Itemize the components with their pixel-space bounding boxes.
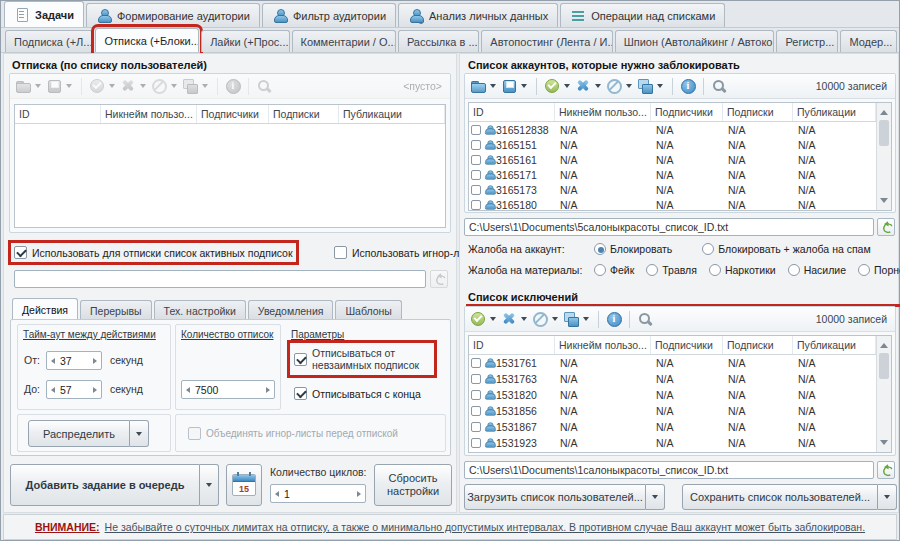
chevron-down-icon[interactable] [171,84,177,88]
subtab-messaging[interactable]: Рассылка в ... [398,30,479,52]
spinner-increment[interactable] [263,381,274,398]
spinner-increment[interactable] [90,352,101,369]
scroll-down-arrow[interactable] [877,195,891,210]
spinner-decrement[interactable] [182,381,193,398]
accounts-refresh-button[interactable] [877,218,895,236]
save-icon[interactable] [501,78,517,94]
ignore-refresh-button[interactable] [430,270,448,288]
radio-drugs[interactable]: Наркотики [709,264,776,276]
add-task-button[interactable]: Добавить задание в очередь [10,464,200,506]
scroll-down-arrow[interactable] [877,437,891,452]
row-checkbox[interactable] [471,170,481,180]
unsubscribe-table[interactable]: ID Никнейм пользо... Подписчики Подписки… [14,104,446,228]
row-checkbox[interactable] [471,200,481,210]
schedule-button[interactable]: 15 [226,464,262,506]
add-task-dropdown[interactable] [200,464,219,506]
table-row[interactable]: 1531856 N/AN/AN/AN/A [469,403,876,419]
subtab-autoposting[interactable]: Автопостинг (Лента / И... [481,30,612,52]
save-icon[interactable] [46,78,62,94]
delete-icon[interactable] [501,311,517,327]
table-row[interactable]: 316512838 N/AN/AN/AN/A [469,122,876,137]
chevron-down-icon[interactable] [521,84,527,88]
accounts-table[interactable]: ID Никнейм пользо... Подписчики Подписки… [468,102,892,211]
row-checkbox[interactable] [471,422,481,432]
open-folder-icon[interactable] [470,78,486,94]
settings-tab-actions[interactable]: Действия [12,298,78,320]
radio-fake[interactable]: Фейк [594,264,634,276]
chevron-down-icon[interactable] [109,84,115,88]
exceptions-table[interactable]: ID Никнейм пользо... Подписчики Подписки… [468,335,892,453]
subtab-subscribe[interactable]: Подписка (+Л... [5,30,93,52]
row-checkbox[interactable] [471,358,481,368]
copy-icon[interactable] [563,311,579,327]
spinner-decrement[interactable] [271,485,282,502]
row-checkbox[interactable] [471,125,481,135]
chevron-down-icon[interactable] [490,84,496,88]
exceptions-path-input[interactable] [464,461,874,479]
vertical-scrollbar[interactable] [876,336,891,452]
settings-tab-templates[interactable]: Шаблоны [335,300,401,320]
search-icon[interactable] [637,311,653,327]
info-icon[interactable] [225,78,241,94]
scroll-up-arrow[interactable] [877,103,891,118]
spinner-decrement[interactable] [47,352,58,369]
chevron-down-icon[interactable] [583,317,589,321]
chevron-down-icon[interactable] [626,84,632,88]
check-icon[interactable] [470,311,486,327]
copy-icon[interactable] [637,78,653,94]
load-users-dropdown[interactable] [646,484,665,510]
row-checkbox[interactable] [471,374,481,384]
save-users-dropdown[interactable] [878,484,897,510]
load-users-button[interactable]: Загрузить список пользователей... [464,484,646,510]
radio-block[interactable]: Блокировать [594,243,672,255]
table-row[interactable]: 3165171 N/AN/AN/AN/A [469,167,876,182]
chevron-down-icon[interactable] [140,84,146,88]
settings-tab-breaks[interactable]: Перерывы [80,300,152,320]
distribute-dropdown[interactable] [130,420,149,447]
table-row[interactable]: 3165161 N/AN/AN/AN/A [469,152,876,167]
search-icon[interactable] [711,78,727,94]
radio-block-spam[interactable]: Блокировать + жалоба на спам [702,243,870,255]
subtab-moderation[interactable]: Модер... [840,30,897,52]
subtab-registration[interactable]: Регистр... [776,30,838,52]
spinner-decrement[interactable] [47,381,58,398]
tab-tasks[interactable]: Задачи [4,1,84,27]
chevron-down-icon[interactable] [657,84,663,88]
table-row[interactable]: 3165173 N/AN/AN/AN/A [469,182,876,197]
delete-icon[interactable] [120,78,136,94]
vertical-scrollbar[interactable] [876,103,891,210]
use-active-subs-checkbox[interactable] [14,246,27,259]
reset-settings-button[interactable]: Сбросить настройки [374,464,452,506]
ignore-list-path-input[interactable] [14,270,426,288]
chevron-down-icon[interactable] [66,84,72,88]
chevron-down-icon[interactable] [564,84,570,88]
chevron-down-icon[interactable] [521,317,527,321]
merge-ignore-checkbox[interactable] [188,427,201,440]
chevron-down-icon[interactable] [552,317,558,321]
spinner-increment[interactable] [354,485,365,502]
nonmutual-checkbox[interactable] [294,353,307,366]
chevron-down-icon[interactable] [490,317,496,321]
radio-bullying[interactable]: Травля [646,264,697,276]
table-row[interactable]: 1531820 N/AN/AN/AN/A [469,387,876,403]
scrollbar-thumb[interactable] [879,120,889,146]
chevron-down-icon[interactable] [35,84,41,88]
tab-list-operations[interactable]: Операции над списками [560,3,725,27]
from-spinner[interactable]: 37 [46,351,102,370]
settings-tab-tech[interactable]: Тех. настройки [154,300,246,320]
info-icon[interactable] [680,78,696,94]
ban-icon[interactable] [151,78,167,94]
ban-icon[interactable] [532,311,548,327]
distribute-button[interactable]: Распределить [28,420,130,447]
scrollbar-thumb[interactable] [879,353,889,379]
scroll-up-arrow[interactable] [877,336,891,351]
row-checkbox[interactable] [471,390,481,400]
row-checkbox[interactable] [471,185,481,195]
chevron-down-icon[interactable] [202,84,208,88]
spinner-increment[interactable] [90,381,101,398]
tab-audience-formation[interactable]: Формирование аудитории [86,3,260,27]
exceptions-refresh-button[interactable] [877,461,895,479]
table-row[interactable]: 3165180 N/AN/AN/AN/A [469,197,876,211]
table-row[interactable]: 1531763 N/AN/AN/AN/A [469,371,876,387]
tab-personal-data-analysis[interactable]: Анализ личных данных [398,3,558,27]
